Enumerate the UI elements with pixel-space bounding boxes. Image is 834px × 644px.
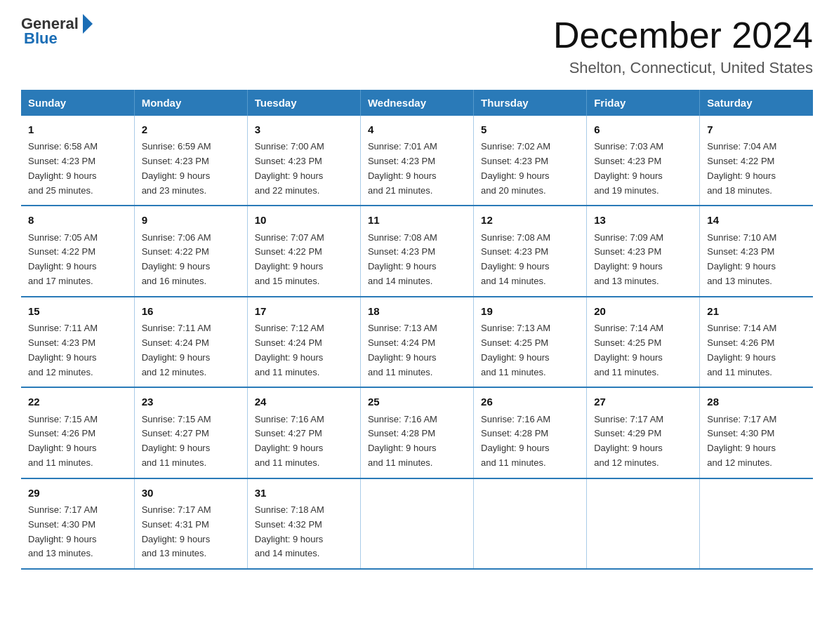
day-number: 5 bbox=[481, 121, 579, 137]
day-number: 4 bbox=[368, 121, 466, 137]
table-row: 3 Sunrise: 7:00 AMSunset: 4:23 PMDayligh… bbox=[247, 116, 360, 206]
day-info: Sunrise: 7:12 AMSunset: 4:24 PMDaylight:… bbox=[255, 323, 324, 377]
table-row: 14 Sunrise: 7:10 AMSunset: 4:23 PMDaylig… bbox=[700, 206, 813, 296]
day-info: Sunrise: 7:08 AMSunset: 4:23 PMDaylight:… bbox=[481, 232, 550, 286]
day-number: 12 bbox=[481, 212, 579, 228]
table-row: 9 Sunrise: 7:06 AMSunset: 4:22 PMDayligh… bbox=[134, 206, 247, 296]
table-row: 31 Sunrise: 7:18 AMSunset: 4:32 PMDaylig… bbox=[247, 478, 360, 569]
day-info: Sunrise: 7:14 AMSunset: 4:26 PMDaylight:… bbox=[707, 323, 776, 377]
table-row: 26 Sunrise: 7:16 AMSunset: 4:28 PMDaylig… bbox=[474, 387, 587, 478]
header-sunday: Sunday bbox=[21, 90, 134, 116]
header-monday: Monday bbox=[134, 90, 247, 116]
table-row: 19 Sunrise: 7:13 AMSunset: 4:25 PMDaylig… bbox=[474, 297, 587, 387]
day-number: 17 bbox=[255, 303, 353, 319]
day-number: 20 bbox=[594, 303, 692, 319]
table-row: 13 Sunrise: 7:09 AMSunset: 4:23 PMDaylig… bbox=[587, 206, 700, 296]
table-row: 6 Sunrise: 7:03 AMSunset: 4:23 PMDayligh… bbox=[587, 116, 700, 206]
header-saturday: Saturday bbox=[700, 90, 813, 116]
table-row: 17 Sunrise: 7:12 AMSunset: 4:24 PMDaylig… bbox=[247, 297, 360, 387]
day-info: Sunrise: 7:17 AMSunset: 4:30 PMDaylight:… bbox=[707, 414, 776, 468]
day-number: 27 bbox=[594, 394, 692, 410]
logo: General Blue bbox=[21, 14, 93, 48]
table-row bbox=[587, 478, 700, 569]
table-row: 25 Sunrise: 7:16 AMSunset: 4:28 PMDaylig… bbox=[360, 387, 473, 478]
day-info: Sunrise: 7:03 AMSunset: 4:23 PMDaylight:… bbox=[594, 141, 663, 195]
table-row: 5 Sunrise: 7:02 AMSunset: 4:23 PMDayligh… bbox=[474, 116, 587, 206]
day-info: Sunrise: 7:02 AMSunset: 4:23 PMDaylight:… bbox=[481, 141, 550, 195]
calendar-week-2: 8 Sunrise: 7:05 AMSunset: 4:22 PMDayligh… bbox=[21, 206, 813, 296]
calendar-week-4: 22 Sunrise: 7:15 AMSunset: 4:26 PMDaylig… bbox=[21, 387, 813, 478]
table-row: 29 Sunrise: 7:17 AMSunset: 4:30 PMDaylig… bbox=[21, 478, 134, 569]
day-number: 25 bbox=[368, 394, 466, 410]
table-row: 15 Sunrise: 7:11 AMSunset: 4:23 PMDaylig… bbox=[21, 297, 134, 387]
table-row: 30 Sunrise: 7:17 AMSunset: 4:31 PMDaylig… bbox=[134, 478, 247, 569]
day-number: 18 bbox=[368, 303, 466, 319]
day-number: 24 bbox=[255, 394, 353, 410]
day-info: Sunrise: 7:15 AMSunset: 4:27 PMDaylight:… bbox=[142, 414, 211, 468]
logo-blue: Blue bbox=[24, 29, 58, 48]
calendar-title: December 2024 bbox=[553, 14, 813, 56]
day-info: Sunrise: 7:13 AMSunset: 4:24 PMDaylight:… bbox=[368, 323, 437, 377]
day-info: Sunrise: 7:11 AMSunset: 4:24 PMDaylight:… bbox=[142, 323, 211, 377]
day-number: 3 bbox=[255, 121, 353, 137]
day-number: 21 bbox=[707, 303, 806, 319]
day-number: 1 bbox=[28, 121, 127, 137]
day-number: 8 bbox=[28, 212, 127, 228]
day-number: 10 bbox=[255, 212, 353, 228]
day-number: 28 bbox=[707, 394, 806, 410]
header-wednesday: Wednesday bbox=[360, 90, 473, 116]
table-row: 22 Sunrise: 7:15 AMSunset: 4:26 PMDaylig… bbox=[21, 387, 134, 478]
day-number: 7 bbox=[707, 121, 806, 137]
day-info: Sunrise: 6:59 AMSunset: 4:23 PMDaylight:… bbox=[142, 141, 211, 195]
day-number: 9 bbox=[142, 212, 240, 228]
header-friday: Friday bbox=[587, 90, 700, 116]
day-info: Sunrise: 7:06 AMSunset: 4:22 PMDaylight:… bbox=[142, 232, 211, 286]
calendar-title-area: December 2024 Shelton, Connecticut, Unit… bbox=[553, 14, 813, 77]
day-info: Sunrise: 6:58 AMSunset: 4:23 PMDaylight:… bbox=[28, 141, 98, 195]
table-row bbox=[360, 478, 473, 569]
day-number: 30 bbox=[142, 485, 240, 501]
table-row: 1 Sunrise: 6:58 AMSunset: 4:23 PMDayligh… bbox=[21, 116, 134, 206]
day-info: Sunrise: 7:17 AMSunset: 4:29 PMDaylight:… bbox=[594, 414, 663, 468]
table-row: 8 Sunrise: 7:05 AMSunset: 4:22 PMDayligh… bbox=[21, 206, 134, 296]
day-info: Sunrise: 7:16 AMSunset: 4:27 PMDaylight:… bbox=[255, 414, 324, 468]
table-row: 11 Sunrise: 7:08 AMSunset: 4:23 PMDaylig… bbox=[360, 206, 473, 296]
table-row: 10 Sunrise: 7:07 AMSunset: 4:22 PMDaylig… bbox=[247, 206, 360, 296]
calendar-week-5: 29 Sunrise: 7:17 AMSunset: 4:30 PMDaylig… bbox=[21, 478, 813, 569]
day-number: 13 bbox=[594, 212, 692, 228]
table-row: 12 Sunrise: 7:08 AMSunset: 4:23 PMDaylig… bbox=[474, 206, 587, 296]
day-info: Sunrise: 7:13 AMSunset: 4:25 PMDaylight:… bbox=[481, 323, 550, 377]
table-row: 28 Sunrise: 7:17 AMSunset: 4:30 PMDaylig… bbox=[700, 387, 813, 478]
day-info: Sunrise: 7:17 AMSunset: 4:30 PMDaylight:… bbox=[28, 504, 98, 558]
header-tuesday: Tuesday bbox=[247, 90, 360, 116]
day-info: Sunrise: 7:08 AMSunset: 4:23 PMDaylight:… bbox=[368, 232, 437, 286]
header-thursday: Thursday bbox=[474, 90, 587, 116]
day-info: Sunrise: 7:16 AMSunset: 4:28 PMDaylight:… bbox=[368, 414, 437, 468]
day-number: 22 bbox=[28, 394, 127, 410]
day-number: 31 bbox=[255, 485, 353, 501]
day-info: Sunrise: 7:00 AMSunset: 4:23 PMDaylight:… bbox=[255, 141, 324, 195]
calendar-week-1: 1 Sunrise: 6:58 AMSunset: 4:23 PMDayligh… bbox=[21, 116, 813, 206]
table-row: 21 Sunrise: 7:14 AMSunset: 4:26 PMDaylig… bbox=[700, 297, 813, 387]
day-info: Sunrise: 7:11 AMSunset: 4:23 PMDaylight:… bbox=[28, 323, 98, 377]
day-number: 23 bbox=[142, 394, 240, 410]
day-info: Sunrise: 7:18 AMSunset: 4:32 PMDaylight:… bbox=[255, 504, 324, 558]
day-info: Sunrise: 7:09 AMSunset: 4:23 PMDaylight:… bbox=[594, 232, 663, 286]
day-number: 29 bbox=[28, 485, 127, 501]
day-info: Sunrise: 7:04 AMSunset: 4:22 PMDaylight:… bbox=[707, 141, 776, 195]
table-row: 16 Sunrise: 7:11 AMSunset: 4:24 PMDaylig… bbox=[134, 297, 247, 387]
table-row: 7 Sunrise: 7:04 AMSunset: 4:22 PMDayligh… bbox=[700, 116, 813, 206]
day-number: 26 bbox=[481, 394, 579, 410]
table-row bbox=[474, 478, 587, 569]
day-info: Sunrise: 7:17 AMSunset: 4:31 PMDaylight:… bbox=[142, 504, 211, 558]
day-info: Sunrise: 7:16 AMSunset: 4:28 PMDaylight:… bbox=[481, 414, 550, 468]
day-number: 19 bbox=[481, 303, 579, 319]
table-row: 27 Sunrise: 7:17 AMSunset: 4:29 PMDaylig… bbox=[587, 387, 700, 478]
table-row: 20 Sunrise: 7:14 AMSunset: 4:25 PMDaylig… bbox=[587, 297, 700, 387]
day-number: 6 bbox=[594, 121, 692, 137]
day-info: Sunrise: 7:10 AMSunset: 4:23 PMDaylight:… bbox=[707, 232, 776, 286]
day-number: 16 bbox=[142, 303, 240, 319]
calendar-subtitle: Shelton, Connecticut, United States bbox=[553, 59, 813, 77]
day-number: 2 bbox=[142, 121, 240, 137]
day-number: 14 bbox=[707, 212, 806, 228]
